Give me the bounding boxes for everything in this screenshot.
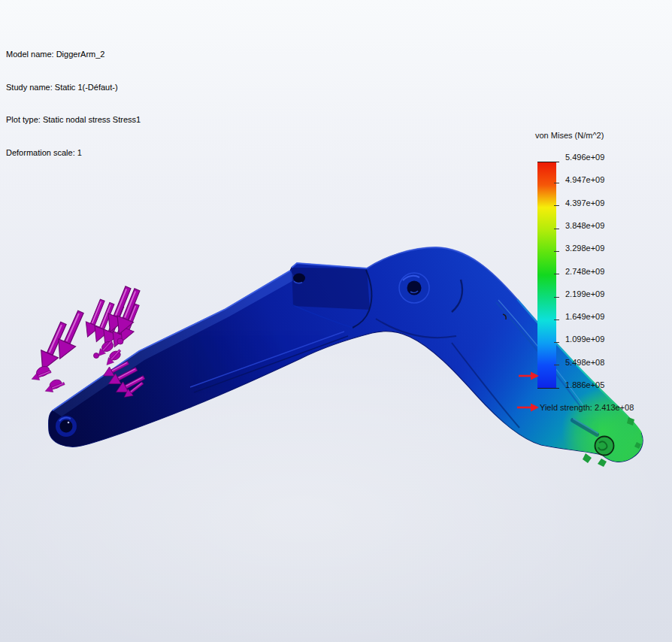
moment-glyphs-mid (94, 338, 124, 368)
load-arrows (30, 284, 147, 401)
plot-annotations: Model name: DiggerArm_2 Study name: Stat… (6, 27, 141, 180)
center-pin-boss (399, 273, 429, 303)
deformation-scale-line: Deformation scale: 1 (6, 147, 141, 159)
model-name-line: Model name: DiggerArm_2 (6, 49, 141, 60)
force-arrow-pair (34, 308, 89, 374)
simulation-viewport[interactable]: Model name: DiggerArm_2 Study name: Stat… (0, 0, 672, 642)
plot-type-line: Plot type: Static nodal stress Stress1 (6, 114, 141, 126)
study-name-line: Study name: Static 1(-Défaut-) (6, 82, 141, 93)
moment-glyphs-left (30, 365, 65, 395)
tip-pin-hole (595, 437, 614, 456)
force-arrow-fan (81, 284, 146, 350)
left-pin-boss (56, 416, 77, 437)
legend-color-bar[interactable] (537, 162, 556, 388)
